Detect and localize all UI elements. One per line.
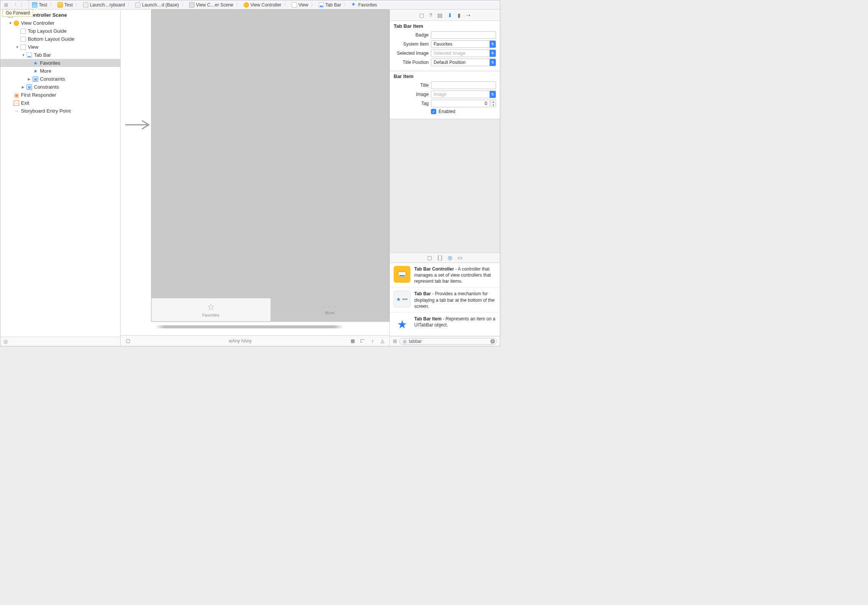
clear-search-button[interactable]: ×: [490, 339, 495, 344]
bar-item-panel: Bar Item Title Image Image⇅ Tag 0 ▲▼ ✓: [390, 71, 500, 119]
outline-filter-bar[interactable]: ◎: [0, 337, 120, 346]
tab-label: Favorites: [202, 313, 219, 317]
breadcrumb-item[interactable]: View Controller: [251, 2, 281, 8]
attributes-inspector-icon[interactable]: ⬇: [448, 12, 452, 18]
title-field[interactable]: [431, 81, 496, 89]
constraints-icon: ▦: [27, 84, 32, 90]
outline-viewcontroller-row[interactable]: ▼ View Controller: [0, 19, 120, 27]
library-item-title: Tab Bar Controller: [414, 266, 454, 272]
library-item-tabbar[interactable]: ★ ••• Tab Bar - Provides a mechanism for…: [390, 288, 500, 313]
chevron-down-icon: ⇅: [490, 59, 496, 66]
outline-exit-row[interactable]: → Exit: [0, 99, 120, 107]
tab-more[interactable]: ○ ○ ○ More: [271, 298, 389, 321]
top-navigation-bar: ⊞ 〈 〉 Test〉 Test〉 Launch…ryboard〉 Launch…: [0, 0, 500, 10]
outline-constraints-row[interactable]: ▶ ▦ Constraints: [0, 83, 120, 91]
toggle-outline-button[interactable]: ▢: [124, 337, 132, 345]
size-inspector-icon[interactable]: ▮: [458, 12, 461, 18]
panel-title: Tab Bar Item: [394, 23, 496, 29]
outline-row-label: Constraints: [40, 76, 65, 82]
media-library-icon[interactable]: ▭: [458, 255, 463, 261]
tooltip-go-forward: Go Forward: [2, 9, 33, 17]
image-select[interactable]: Image⇅: [431, 91, 496, 98]
breadcrumb-item[interactable]: Tab Bar: [326, 2, 341, 8]
file-template-library-icon[interactable]: ▢: [427, 255, 432, 261]
chevron-down-icon: ⇅: [490, 50, 496, 57]
exit-icon: →: [14, 100, 19, 106]
stack-button[interactable]: ▦: [348, 337, 357, 345]
breadcrumb[interactable]: Test〉 Test〉 Launch…ryboard〉 Launch…d (Ba…: [29, 2, 378, 8]
breadcrumb-item[interactable]: Launch…ryboard: [90, 2, 125, 8]
system-item-select[interactable]: Favorites⇅: [431, 40, 496, 48]
project-icon: [32, 2, 37, 8]
breadcrumb-item[interactable]: Launch…d (Base): [142, 2, 179, 8]
selected-image-select[interactable]: Selected Image⇅: [431, 49, 496, 57]
code-snippet-library-icon[interactable]: { }: [437, 255, 442, 261]
badge-field[interactable]: [431, 31, 496, 39]
outline-favorites-row[interactable]: ★ Favorites: [0, 59, 120, 67]
outline-entrypoint-row[interactable]: → Storyboard Entry Point: [0, 107, 120, 115]
title-position-select[interactable]: Default Position⇅: [431, 59, 496, 66]
align-button[interactable]: ⫍: [358, 337, 367, 345]
viewcontroller-icon: [14, 21, 19, 26]
breadcrumb-item[interactable]: Favorites: [358, 2, 377, 8]
library-item-tabbaritem[interactable]: ★ Tab Bar Item - Represents an item on a…: [390, 313, 500, 336]
tabbar-icon: ★ •••: [394, 291, 410, 307]
library-item-tabbarcontroller[interactable]: Tab Bar Controller - A controller that m…: [390, 263, 500, 288]
identity-inspector-icon[interactable]: ▤: [437, 12, 442, 18]
forward-button[interactable]: 〉: [19, 1, 27, 9]
tabbarcontroller-icon: [394, 266, 410, 283]
star-icon: [351, 2, 357, 8]
connections-inspector-icon[interactable]: ➝: [466, 12, 471, 18]
outline-constraints-row[interactable]: ▶ ▦ Constraints: [0, 75, 120, 83]
related-items-icon[interactable]: ⊞: [2, 1, 10, 9]
star-icon: ★: [32, 68, 38, 74]
utilities-panel: ▢ ? ▤ ⬇ ▮ ➝ Tab Bar Item Badge System It…: [389, 10, 500, 346]
breadcrumb-item[interactable]: Test: [39, 2, 47, 8]
file-inspector-icon[interactable]: ▢: [419, 12, 424, 18]
outline-view-row[interactable]: ▼ View: [0, 43, 120, 51]
outline-tabbar-row[interactable]: ▼ Tab Bar: [0, 51, 120, 59]
layoutguide-icon: [21, 37, 26, 42]
outline-row-label: More: [40, 68, 51, 74]
help-inspector-icon[interactable]: ?: [429, 12, 432, 18]
star-outline-icon: ☆: [207, 302, 215, 312]
outline-row-label: Tab Bar: [34, 52, 51, 58]
enabled-checkbox[interactable]: ✓: [431, 109, 436, 114]
file-icon: [83, 2, 88, 8]
viewcontroller-icon: [244, 2, 249, 8]
star-icon: ★: [32, 60, 38, 66]
outline-more-row[interactable]: ★ More: [0, 67, 120, 75]
outline-first-responder-row[interactable]: ▣ First Responder: [0, 91, 120, 99]
back-button[interactable]: 〈: [10, 1, 19, 9]
breadcrumb-item[interactable]: Test: [64, 2, 73, 8]
library-search-bar: ⊞ ◎ tabbar ×: [390, 336, 500, 346]
device-preview[interactable]: ☆ Favorites ○ ○ ○ More: [151, 10, 389, 322]
enabled-label: Enabled: [439, 109, 455, 114]
view-icon: [21, 45, 26, 50]
object-library-icon[interactable]: ◎: [448, 255, 452, 261]
filter-icon[interactable]: ◎: [3, 339, 8, 344]
chevron-down-icon: ⇅: [490, 41, 496, 48]
breadcrumb-item[interactable]: View: [298, 2, 308, 8]
grid-view-icon[interactable]: ⊞: [393, 338, 397, 344]
horizontal-scrollbar[interactable]: [155, 325, 344, 328]
title-label: Title: [394, 83, 429, 88]
resolve-issues-button[interactable]: △: [378, 337, 386, 345]
arrow-icon: →: [13, 108, 19, 114]
pin-button[interactable]: ⟊: [368, 337, 377, 345]
tab-favorites[interactable]: ☆ Favorites: [152, 298, 271, 321]
canvas-viewport[interactable]: ☆ Favorites ○ ○ ○ More: [121, 10, 389, 335]
tag-stepper[interactable]: ▲▼: [491, 100, 496, 107]
outline-bottomlayout-row[interactable]: Bottom Layout Guide: [0, 35, 120, 43]
library-search-input[interactable]: ◎ tabbar ×: [399, 338, 497, 345]
object-library: ▢ { } ◎ ▭ Tab Bar Controller - A control…: [390, 253, 500, 346]
tag-field[interactable]: 0: [431, 100, 490, 107]
outline-row-label: First Responder: [21, 92, 56, 98]
breadcrumb-item[interactable]: View C…er Scene: [196, 2, 233, 8]
outline-toplayout-row[interactable]: Top Layout Guide: [0, 27, 120, 35]
outline-row-label: Bottom Layout Guide: [28, 36, 74, 42]
cube-icon: ▣: [13, 92, 19, 98]
preview-tab-bar[interactable]: ☆ Favorites ○ ○ ○ More: [152, 298, 389, 321]
constraints-icon: ▦: [33, 76, 38, 82]
size-class-control[interactable]: wAny hAny: [135, 338, 345, 344]
